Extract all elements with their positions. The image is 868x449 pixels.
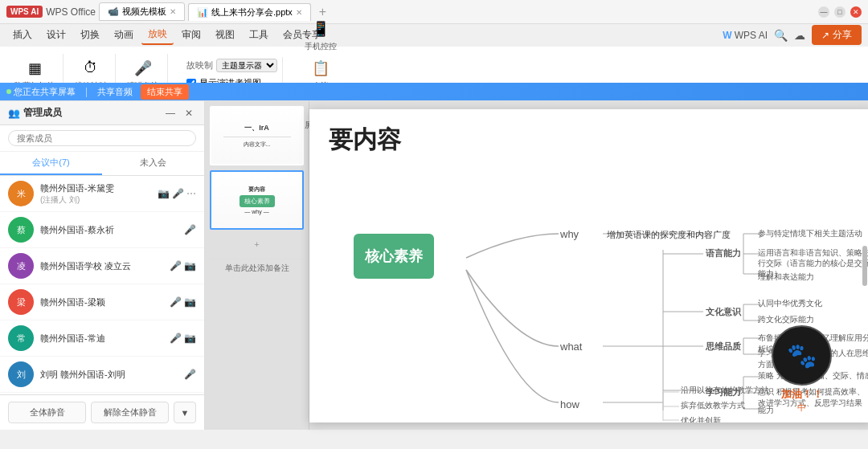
sharing-bar: 您正在共享屏幕 | 共享音频 结束共享: [0, 83, 868, 100]
how-item-2: 摈弃低效教学方式: [681, 400, 745, 411]
share-button[interactable]: ↗ 分享: [812, 25, 862, 45]
sticker-subtext: 中: [797, 402, 806, 414]
sharing-dot: [6, 89, 11, 94]
sharing-separator: |: [85, 86, 88, 97]
stop-share-btn[interactable]: 结束共享: [141, 84, 189, 100]
menu-transition[interactable]: 切换: [74, 26, 106, 44]
menu-design[interactable]: 设计: [40, 26, 72, 44]
mic-muted-icon: 🎤: [170, 333, 182, 344]
cloud-icon[interactable]: ☁: [794, 29, 805, 42]
slide-thumb-5[interactable]: 要内容 核心素养 — why —: [210, 170, 304, 230]
sidebar: 👥 管理成员 — ✕ 会议中(7) 未入会 米 赣州外国语-米黛雯 (注播人 刘…: [0, 101, 205, 430]
list-item: 梁 赣州外国语-梁颖 🎤 📷: [0, 284, 204, 320]
list-item: 凌 赣州外国语学校 凌立云 🎤 📷: [0, 248, 204, 284]
search-box: [0, 125, 204, 152]
tab-not-joined[interactable]: 未入会: [102, 152, 204, 175]
member-name: 赣州外国语-常迪: [40, 333, 163, 345]
scroll-indicator[interactable]: [862, 246, 867, 286]
tab-video[interactable]: 📹 视频先模板 ✕: [99, 2, 185, 21]
culture-item-2: 跨文化交际能力: [758, 314, 814, 325]
tab-in-meeting[interactable]: 会议中(7): [0, 152, 102, 175]
member-icon: 👥: [8, 108, 20, 119]
restore-btn[interactable]: □: [834, 6, 845, 18]
slide-4-divider: [223, 137, 291, 137]
search-icon[interactable]: 🔍: [774, 29, 788, 42]
menu-right: W WPS AI 🔍 ☁ ↗ 分享: [723, 25, 862, 45]
wps-ai-label: WPS AI: [735, 30, 768, 41]
menu-tools[interactable]: 工具: [243, 26, 275, 44]
add-slide-icon: +: [254, 239, 259, 249]
video-icon: 📷: [158, 188, 170, 199]
slide-thumb-4[interactable]: 一、IrA 内容文字...: [210, 106, 304, 165]
slide-title: 要内容: [329, 124, 401, 157]
share-label: 分享: [833, 28, 852, 42]
menu-animation[interactable]: 动画: [108, 26, 140, 44]
member-info: 赣州外国语-蔡永祈: [40, 224, 178, 236]
member-name: 赣州外国语-米黛雯: [40, 182, 151, 194]
wps-ai-btn[interactable]: W WPS AI: [723, 30, 768, 41]
video-muted-icon: 📷: [184, 296, 196, 308]
list-item: 蔡 赣州外国语-蔡永祈 🎤: [0, 212, 204, 248]
member-icons: 🎤 📷: [170, 296, 196, 308]
tab-pptx[interactable]: 📊 线上来书分享会.pptx ✕: [188, 3, 311, 21]
tab-video-close[interactable]: ✕: [170, 7, 176, 16]
slide-note-hint[interactable]: 单击此处添加备注: [210, 259, 304, 277]
mic-icon: 🎤: [172, 188, 184, 199]
slide-5-wrapper: 5 要内容 核心素养 — why —: [210, 170, 304, 230]
slide-add-btn[interactable]: +: [210, 235, 304, 254]
menu-view[interactable]: 视图: [209, 26, 241, 44]
title-bar: WPS AI WPS Office 📹 视频先模板 ✕ 📊 线上来书分享会.pp…: [0, 0, 868, 24]
list-item: 米 赣州外国语-米黛雯 (注播人 刘) 📷 🎤 ⋯: [0, 176, 204, 212]
sidebar-close-btn[interactable]: ✕: [182, 107, 196, 120]
menu-slideshow[interactable]: 放映: [141, 25, 174, 45]
sticker-cheer-text: 加油！！: [781, 388, 823, 400]
title-bar-right: — □ ✕: [818, 6, 862, 18]
minimize-btn[interactable]: —: [818, 6, 829, 18]
member-name: 赣州外国语学校 凌立云: [40, 260, 163, 272]
unmute-all-btn[interactable]: 解除全体静音: [91, 402, 169, 423]
sharing-screen-label: 您正在共享屏幕: [14, 86, 76, 98]
member-name: 赣州外国语-梁颖: [40, 296, 163, 308]
menu-review[interactable]: 审阅: [175, 26, 207, 44]
wps-logo[interactable]: WPS AI: [6, 6, 43, 18]
hide-slide-icon: ▦: [23, 57, 46, 80]
search-members-input[interactable]: [8, 130, 196, 146]
slide-4-body: 内容文字...: [244, 141, 271, 149]
close-btn[interactable]: ✕: [850, 6, 862, 18]
culture-item-1: 认同中华优秀文化: [758, 298, 822, 309]
meeting-icon: 📋: [309, 57, 332, 80]
ribbon-btn-phone[interactable]: 📱 手机控控: [301, 16, 340, 54]
list-item: 常 赣州外国语-常迪 🎤 📷: [0, 320, 204, 357]
mic-muted-icon: 🎤: [170, 260, 182, 271]
slide-4-text: 一、IrA: [244, 123, 269, 133]
sidebar-minimize-btn[interactable]: —: [162, 107, 178, 120]
mic-muted-icon: 🎤: [170, 296, 182, 308]
sidebar-footer: 全体静音 解除全体静音 ▼: [0, 394, 204, 430]
category-culture: 文化意识: [706, 306, 741, 318]
member-tabs: 会议中(7) 未入会: [0, 152, 204, 176]
sidebar-header: 👥 管理成员 — ✕: [0, 101, 204, 125]
member-icons: 🎤: [184, 224, 196, 235]
manage-meeting-btn[interactable]: ▼: [174, 402, 196, 423]
rehearse-icon: ⏱: [80, 57, 102, 80]
tab-pptx-label: 线上来书分享会.pptx: [211, 6, 293, 18]
more-icon[interactable]: ⋯: [186, 188, 196, 199]
video-icon: 📹: [108, 6, 119, 17]
menu-insert[interactable]: 插入: [6, 26, 39, 44]
list-item: 刘 刘明 赣州外国语-刘明 🎤: [0, 357, 204, 393]
title-bar-left: WPS AI WPS Office 📹 视频先模板 ✕ 📊 线上来书分享会.pp…: [6, 2, 813, 21]
slide-view: 要内容: [309, 101, 868, 430]
display-select[interactable]: 主题显示器: [216, 59, 277, 72]
wps-ai-icon: W: [723, 30, 731, 41]
lang-item-1: 参与特定情境下相关主题活动: [758, 228, 862, 239]
lang-item-3: 理解和表达能力: [758, 271, 814, 283]
sharing-screen-item: 您正在共享屏幕: [6, 86, 76, 98]
sidebar-controls: — ✕: [162, 107, 196, 120]
main-area: 👥 管理成员 — ✕ 会议中(7) 未入会 米 赣州外国语-米黛雯 (注播人 刘…: [0, 101, 868, 430]
sidebar-title: 👥 管理成员: [8, 106, 62, 120]
slide-5-content: 要内容 核心素养 — why —: [211, 172, 302, 228]
mute-all-btn[interactable]: 全体静音: [8, 402, 86, 423]
avatar: 梁: [8, 289, 34, 315]
slide-4-content: 一、IrA 内容文字...: [211, 108, 302, 164]
ribbon-area: ▦ 隐藏幻灯片 ⏱ 排练计时 🎤 演讲备注 故映制 主题显示器: [0, 47, 868, 101]
